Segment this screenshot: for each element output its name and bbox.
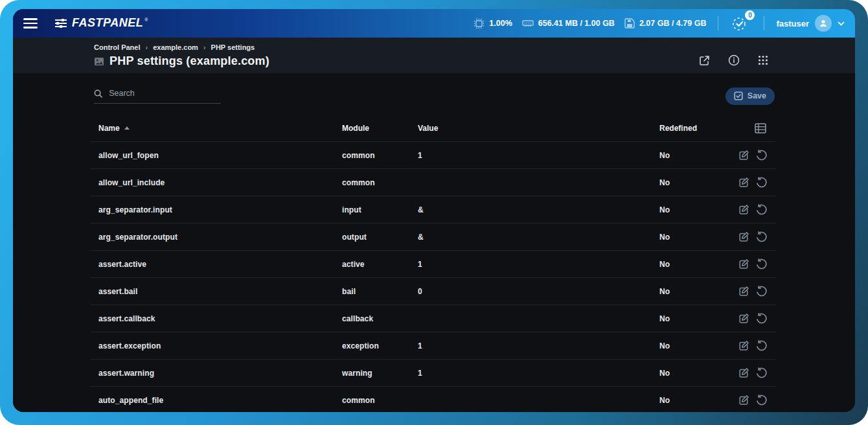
- table-header-row: Name Module Value Redefined: [91, 115, 775, 142]
- reset-button[interactable]: [756, 367, 767, 378]
- breadcrumb-control-panel[interactable]: Control Panel: [94, 43, 141, 51]
- cell-redefined: No: [659, 369, 730, 378]
- avatar: [815, 15, 832, 32]
- cell-redefined: No: [659, 260, 730, 269]
- cell-value: 1: [418, 341, 659, 350]
- breadcrumb-separator: ›: [203, 43, 206, 51]
- topbar-divider: [764, 16, 764, 30]
- table-columns-button[interactable]: [755, 123, 766, 133]
- edit-icon: [738, 367, 749, 378]
- cell-name: assert.active: [91, 260, 342, 269]
- edit-icon: [738, 150, 749, 161]
- disk-usage: 2.07 GB / 4.79 GB: [624, 18, 707, 29]
- cell-module: common: [342, 151, 418, 160]
- reset-button[interactable]: [756, 340, 767, 351]
- reset-icon: [756, 150, 767, 161]
- search-input[interactable]: [109, 89, 221, 98]
- edit-icon: [738, 231, 749, 242]
- edit-button[interactable]: [738, 177, 749, 188]
- reset-icon: [756, 313, 767, 324]
- apps-grid-button[interactable]: [757, 53, 770, 69]
- reset-button[interactable]: [756, 258, 767, 270]
- cell-value: 1: [418, 151, 659, 160]
- cell-name: arg_separator.output: [91, 233, 342, 242]
- reset-button[interactable]: [756, 286, 767, 297]
- breadcrumb: Control Panel › example.com › PHP settin…: [94, 43, 855, 51]
- topbar-stats: 1.00% 656.41 MB / 1.00 GB: [474, 14, 845, 34]
- topbar-divider: [718, 16, 718, 30]
- edit-button[interactable]: [738, 258, 749, 270]
- cell-module: active: [342, 260, 418, 269]
- cell-name: assert.exception: [91, 341, 342, 350]
- edit-button[interactable]: [738, 395, 749, 406]
- reset-button[interactable]: [756, 150, 767, 161]
- table-row: auto_append_file common No: [91, 387, 775, 412]
- info-button[interactable]: [727, 53, 741, 69]
- edit-icon: [738, 258, 749, 270]
- reset-icon: [756, 286, 767, 297]
- reset-button[interactable]: [756, 313, 767, 324]
- edit-icon: [738, 286, 749, 297]
- edit-button[interactable]: [738, 150, 749, 161]
- cell-module: warning: [342, 369, 418, 378]
- notifications-button[interactable]: 0: [730, 14, 752, 34]
- save-check-icon: [734, 91, 743, 100]
- cell-name: allow_url_fopen: [91, 151, 342, 160]
- save-button[interactable]: Save: [725, 87, 775, 105]
- cell-value: 0: [418, 287, 659, 296]
- table-row: assert.warning warning 1 No: [91, 360, 775, 387]
- cell-redefined: No: [659, 233, 730, 242]
- app-window: FASTPANEL ® 1.00% 656: [13, 9, 855, 412]
- edit-button[interactable]: [738, 313, 749, 324]
- cell-name: assert.bail: [91, 287, 342, 296]
- reset-button[interactable]: [756, 204, 767, 215]
- column-header-redefined[interactable]: Redefined: [659, 124, 730, 133]
- search-icon: [94, 89, 102, 98]
- reset-button[interactable]: [756, 177, 767, 188]
- table-row: arg_separator.output output & No: [91, 224, 775, 251]
- edit-button[interactable]: [738, 340, 749, 351]
- cell-name: assert.warning: [91, 369, 342, 378]
- table-row: assert.active active 1 No: [91, 251, 775, 278]
- ram-value: 656.41 MB / 1.00 GB: [538, 19, 615, 28]
- cpu-usage: 1.00%: [474, 18, 512, 29]
- column-header-value[interactable]: Value: [418, 124, 659, 133]
- cell-module: input: [342, 205, 418, 214]
- ram-usage: 656.41 MB / 1.00 GB: [522, 19, 615, 28]
- cell-module: exception: [342, 341, 418, 350]
- cell-name: assert.callback: [91, 314, 342, 323]
- edit-button[interactable]: [738, 231, 749, 242]
- user-menu[interactable]: fastuser: [776, 15, 845, 32]
- cell-name: auto_append_file: [91, 396, 342, 405]
- open-external-button[interactable]: [698, 53, 711, 69]
- cell-value: &: [418, 233, 659, 242]
- breadcrumb-site[interactable]: example.com: [153, 43, 198, 51]
- menu-button[interactable]: [18, 13, 43, 34]
- fastpanel-logo[interactable]: FASTPANEL ®: [54, 16, 148, 31]
- column-header-module[interactable]: Module: [342, 124, 418, 133]
- search-field[interactable]: [94, 89, 221, 104]
- php-settings-table: Name Module Value Redefined: [91, 115, 775, 412]
- save-label: Save: [748, 91, 766, 100]
- toolbar: Save: [13, 73, 855, 115]
- edit-button[interactable]: [738, 204, 749, 215]
- cell-value: 1: [418, 369, 659, 378]
- breadcrumb-php-settings[interactable]: PHP settings: [211, 43, 255, 51]
- reset-icon: [756, 395, 767, 406]
- edit-icon: [738, 313, 749, 324]
- cell-redefined: No: [659, 178, 730, 187]
- reset-button[interactable]: [756, 231, 767, 242]
- cell-module: common: [342, 396, 418, 405]
- reset-button[interactable]: [756, 395, 767, 406]
- edit-button[interactable]: [738, 367, 749, 378]
- cell-value: 1: [418, 260, 659, 269]
- cell-name: arg_separator.input: [91, 205, 342, 214]
- cell-redefined: No: [659, 314, 730, 323]
- external-link-icon: [699, 55, 710, 66]
- table-row: assert.bail bail 0 No: [91, 278, 775, 305]
- disk-value: 2.07 GB / 4.79 GB: [639, 19, 707, 28]
- column-header-name[interactable]: Name: [91, 124, 342, 133]
- cell-name: allow_url_include: [91, 178, 342, 187]
- edit-button[interactable]: [738, 286, 749, 297]
- cell-redefined: No: [659, 396, 730, 405]
